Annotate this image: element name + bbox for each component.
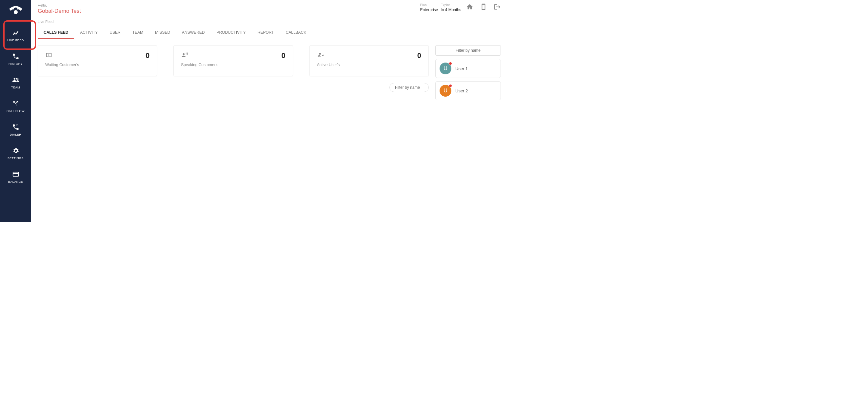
dialer-sip-icon: SIP: [12, 123, 20, 131]
tab-productivity[interactable]: PRODUCTIVITY: [211, 27, 251, 39]
status-dot-icon: [449, 62, 452, 65]
svg-point-0: [14, 10, 18, 14]
sidebar-item-label: HISTORY: [8, 62, 23, 66]
sidebar: LIVE FEED HISTORY TEAM CALL FLOW SIP DIA…: [0, 0, 31, 222]
phone-icon: [12, 53, 20, 60]
call-split-icon: [12, 100, 20, 107]
greeting-text: Hello,: [38, 3, 420, 7]
tab-activity[interactable]: ACTIVITY: [74, 27, 103, 39]
sidebar-item-team[interactable]: TEAM: [0, 70, 31, 94]
sidebar-item-label: TEAM: [11, 86, 20, 89]
chart-line-icon: [12, 29, 20, 37]
tab-answered[interactable]: ANSWERED: [176, 27, 211, 39]
sidebar-item-live-feed[interactable]: LIVE FEED: [0, 23, 31, 46]
user-name: User 1: [455, 66, 468, 71]
verified-user-icon: [317, 52, 324, 59]
voice-over-icon: [181, 52, 188, 59]
breadcrumb: Live Feed: [31, 16, 507, 24]
sidebar-item-label: CALL FLOW: [6, 109, 25, 113]
sidebar-item-balance[interactable]: BALANCE: [0, 164, 31, 188]
plan-value: Enterprise: [420, 7, 438, 12]
card-label: Speaking Customer's: [181, 63, 285, 67]
sidebar-item-label: BALANCE: [8, 180, 23, 184]
avatar: U: [440, 85, 452, 97]
user-name: User 2: [455, 89, 468, 93]
user-card[interactable]: U User 1: [435, 59, 501, 78]
team-icon: [12, 76, 20, 84]
account-name: Gobal-Demo Test: [38, 8, 420, 14]
logout-icon[interactable]: [494, 3, 501, 10]
sidebar-item-history[interactable]: HISTORY: [0, 46, 31, 70]
add-to-queue-icon: [45, 52, 53, 59]
tab-user[interactable]: USER: [103, 27, 126, 39]
avatar: U: [440, 63, 452, 74]
card-label: Waiting Customer's: [45, 63, 150, 67]
expire-value: In 4 Months: [440, 7, 461, 12]
tab-report[interactable]: REPORT: [252, 27, 280, 39]
card-waiting-customers: 0 Waiting Customer's: [38, 45, 157, 76]
expire-label: Expire: [440, 3, 461, 7]
svg-point-2: [183, 54, 185, 55]
gear-icon: [12, 147, 20, 155]
card-speaking-customers: 0 Speaking Customer's: [174, 45, 293, 76]
phone-device-icon[interactable]: [480, 3, 487, 10]
svg-text:SIP: SIP: [16, 124, 18, 126]
sidebar-item-call-flow[interactable]: CALL FLOW: [0, 94, 31, 117]
card-active-users: 0 Active User's: [309, 45, 429, 76]
user-list-panel: U User 1 U User 2: [435, 45, 501, 103]
card-value: 0: [146, 52, 150, 60]
card-value: 0: [417, 52, 421, 60]
tab-missed[interactable]: MISSED: [149, 27, 176, 39]
app-logo[interactable]: [0, 2, 31, 18]
tab-callback[interactable]: CALLBACK: [280, 27, 312, 39]
user-filter-input[interactable]: [435, 45, 501, 56]
sidebar-item-label: LIVE FEED: [7, 39, 24, 42]
avatar-initial: U: [443, 88, 447, 94]
sidebar-item-settings[interactable]: SETTINGS: [0, 141, 31, 164]
credit-card-icon: [12, 170, 20, 178]
tab-calls-feed[interactable]: CALLS FEED: [38, 27, 74, 39]
sidebar-item-dialer[interactable]: SIP DIALER: [0, 117, 31, 141]
card-value: 0: [281, 52, 285, 60]
sidebar-item-label: DIALER: [10, 133, 22, 136]
user-card[interactable]: U User 2: [435, 81, 501, 100]
plan-label: Plan: [420, 3, 438, 7]
tab-team[interactable]: TEAM: [127, 27, 149, 39]
avatar-initial: U: [443, 66, 447, 71]
top-header: Hello, Gobal-Demo Test Plan Enterprise E…: [31, 0, 507, 16]
card-label: Active User's: [317, 63, 421, 67]
filter-by-name-input[interactable]: [390, 83, 429, 92]
sidebar-item-label: SETTINGS: [7, 157, 24, 160]
status-dot-icon: [449, 84, 452, 88]
svg-point-3: [319, 53, 321, 55]
home-icon[interactable]: [466, 3, 473, 10]
tabs-bar: CALLS FEED ACTIVITY USER TEAM MISSED ANS…: [31, 24, 507, 39]
